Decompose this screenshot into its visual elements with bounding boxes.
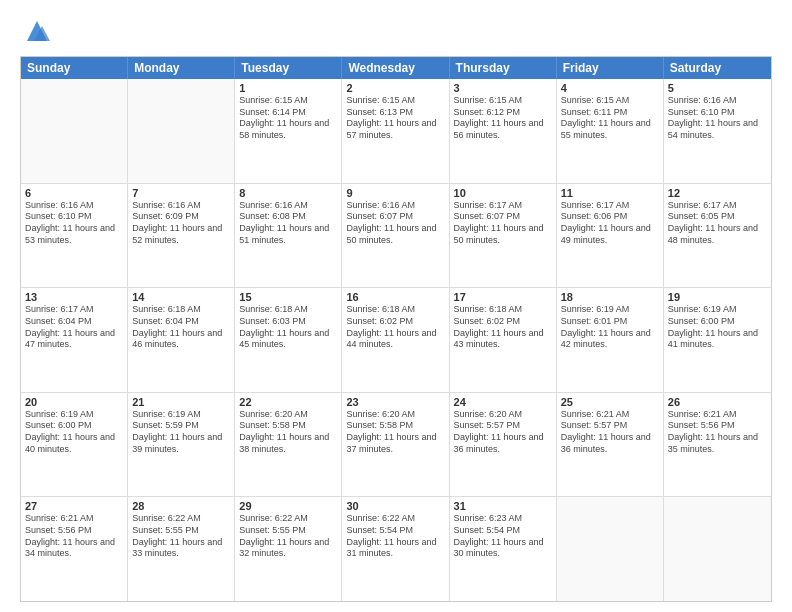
day-info: Sunrise: 6:23 AM Sunset: 5:54 PM Dayligh… [454, 513, 552, 560]
day-number: 15 [239, 291, 337, 303]
calendar-day-31: 31Sunrise: 6:23 AM Sunset: 5:54 PM Dayli… [450, 497, 557, 601]
day-number: 28 [132, 500, 230, 512]
day-info: Sunrise: 6:15 AM Sunset: 6:11 PM Dayligh… [561, 95, 659, 142]
calendar-day-13: 13Sunrise: 6:17 AM Sunset: 6:04 PM Dayli… [21, 288, 128, 392]
calendar-day-27: 27Sunrise: 6:21 AM Sunset: 5:56 PM Dayli… [21, 497, 128, 601]
day-number: 24 [454, 396, 552, 408]
calendar-day-empty [664, 497, 771, 601]
day-info: Sunrise: 6:17 AM Sunset: 6:07 PM Dayligh… [454, 200, 552, 247]
day-info: Sunrise: 6:16 AM Sunset: 6:08 PM Dayligh… [239, 200, 337, 247]
calendar-day-28: 28Sunrise: 6:22 AM Sunset: 5:55 PM Dayli… [128, 497, 235, 601]
day-info: Sunrise: 6:17 AM Sunset: 6:04 PM Dayligh… [25, 304, 123, 351]
day-number: 29 [239, 500, 337, 512]
logo [20, 16, 52, 46]
day-number: 17 [454, 291, 552, 303]
calendar-day-19: 19Sunrise: 6:19 AM Sunset: 6:00 PM Dayli… [664, 288, 771, 392]
day-number: 9 [346, 187, 444, 199]
day-number: 23 [346, 396, 444, 408]
calendar: SundayMondayTuesdayWednesdayThursdayFrid… [20, 56, 772, 602]
calendar-day-25: 25Sunrise: 6:21 AM Sunset: 5:57 PM Dayli… [557, 393, 664, 497]
calendar-day-5: 5Sunrise: 6:16 AM Sunset: 6:10 PM Daylig… [664, 79, 771, 183]
calendar-day-20: 20Sunrise: 6:19 AM Sunset: 6:00 PM Dayli… [21, 393, 128, 497]
day-info: Sunrise: 6:19 AM Sunset: 6:00 PM Dayligh… [25, 409, 123, 456]
day-info: Sunrise: 6:18 AM Sunset: 6:02 PM Dayligh… [454, 304, 552, 351]
day-info: Sunrise: 6:22 AM Sunset: 5:55 PM Dayligh… [132, 513, 230, 560]
calendar-day-21: 21Sunrise: 6:19 AM Sunset: 5:59 PM Dayli… [128, 393, 235, 497]
day-number: 18 [561, 291, 659, 303]
calendar-day-7: 7Sunrise: 6:16 AM Sunset: 6:09 PM Daylig… [128, 184, 235, 288]
calendar-day-3: 3Sunrise: 6:15 AM Sunset: 6:12 PM Daylig… [450, 79, 557, 183]
day-number: 2 [346, 82, 444, 94]
calendar-day-empty [128, 79, 235, 183]
day-number: 4 [561, 82, 659, 94]
calendar-day-12: 12Sunrise: 6:17 AM Sunset: 6:05 PM Dayli… [664, 184, 771, 288]
calendar-day-18: 18Sunrise: 6:19 AM Sunset: 6:01 PM Dayli… [557, 288, 664, 392]
day-info: Sunrise: 6:20 AM Sunset: 5:58 PM Dayligh… [239, 409, 337, 456]
day-number: 12 [668, 187, 767, 199]
calendar-day-4: 4Sunrise: 6:15 AM Sunset: 6:11 PM Daylig… [557, 79, 664, 183]
calendar-week-4: 20Sunrise: 6:19 AM Sunset: 6:00 PM Dayli… [21, 393, 771, 498]
day-number: 7 [132, 187, 230, 199]
day-number: 11 [561, 187, 659, 199]
day-number: 14 [132, 291, 230, 303]
day-info: Sunrise: 6:21 AM Sunset: 5:56 PM Dayligh… [668, 409, 767, 456]
day-number: 13 [25, 291, 123, 303]
calendar-day-22: 22Sunrise: 6:20 AM Sunset: 5:58 PM Dayli… [235, 393, 342, 497]
day-info: Sunrise: 6:17 AM Sunset: 6:06 PM Dayligh… [561, 200, 659, 247]
calendar-day-29: 29Sunrise: 6:22 AM Sunset: 5:55 PM Dayli… [235, 497, 342, 601]
calendar-day-26: 26Sunrise: 6:21 AM Sunset: 5:56 PM Dayli… [664, 393, 771, 497]
calendar-day-30: 30Sunrise: 6:22 AM Sunset: 5:54 PM Dayli… [342, 497, 449, 601]
calendar-day-10: 10Sunrise: 6:17 AM Sunset: 6:07 PM Dayli… [450, 184, 557, 288]
calendar-day-1: 1Sunrise: 6:15 AM Sunset: 6:14 PM Daylig… [235, 79, 342, 183]
day-info: Sunrise: 6:17 AM Sunset: 6:05 PM Dayligh… [668, 200, 767, 247]
calendar-day-empty [21, 79, 128, 183]
day-number: 5 [668, 82, 767, 94]
day-info: Sunrise: 6:20 AM Sunset: 5:57 PM Dayligh… [454, 409, 552, 456]
calendar-day-11: 11Sunrise: 6:17 AM Sunset: 6:06 PM Dayli… [557, 184, 664, 288]
weekday-header-monday: Monday [128, 57, 235, 79]
day-number: 10 [454, 187, 552, 199]
calendar-week-2: 6Sunrise: 6:16 AM Sunset: 6:10 PM Daylig… [21, 184, 771, 289]
day-info: Sunrise: 6:19 AM Sunset: 5:59 PM Dayligh… [132, 409, 230, 456]
calendar-day-9: 9Sunrise: 6:16 AM Sunset: 6:07 PM Daylig… [342, 184, 449, 288]
weekday-header-friday: Friday [557, 57, 664, 79]
weekday-header-wednesday: Wednesday [342, 57, 449, 79]
day-number: 21 [132, 396, 230, 408]
day-info: Sunrise: 6:16 AM Sunset: 6:09 PM Dayligh… [132, 200, 230, 247]
calendar-day-17: 17Sunrise: 6:18 AM Sunset: 6:02 PM Dayli… [450, 288, 557, 392]
day-number: 22 [239, 396, 337, 408]
day-number: 20 [25, 396, 123, 408]
day-info: Sunrise: 6:15 AM Sunset: 6:12 PM Dayligh… [454, 95, 552, 142]
calendar-day-6: 6Sunrise: 6:16 AM Sunset: 6:10 PM Daylig… [21, 184, 128, 288]
page: SundayMondayTuesdayWednesdayThursdayFrid… [0, 0, 792, 612]
day-info: Sunrise: 6:22 AM Sunset: 5:55 PM Dayligh… [239, 513, 337, 560]
calendar-day-2: 2Sunrise: 6:15 AM Sunset: 6:13 PM Daylig… [342, 79, 449, 183]
day-info: Sunrise: 6:16 AM Sunset: 6:07 PM Dayligh… [346, 200, 444, 247]
calendar-day-15: 15Sunrise: 6:18 AM Sunset: 6:03 PM Dayli… [235, 288, 342, 392]
day-number: 27 [25, 500, 123, 512]
calendar-day-14: 14Sunrise: 6:18 AM Sunset: 6:04 PM Dayli… [128, 288, 235, 392]
day-info: Sunrise: 6:20 AM Sunset: 5:58 PM Dayligh… [346, 409, 444, 456]
day-info: Sunrise: 6:16 AM Sunset: 6:10 PM Dayligh… [668, 95, 767, 142]
day-info: Sunrise: 6:21 AM Sunset: 5:56 PM Dayligh… [25, 513, 123, 560]
day-number: 8 [239, 187, 337, 199]
day-info: Sunrise: 6:15 AM Sunset: 6:13 PM Dayligh… [346, 95, 444, 142]
day-info: Sunrise: 6:19 AM Sunset: 6:01 PM Dayligh… [561, 304, 659, 351]
day-number: 26 [668, 396, 767, 408]
calendar-week-1: 1Sunrise: 6:15 AM Sunset: 6:14 PM Daylig… [21, 79, 771, 184]
day-number: 30 [346, 500, 444, 512]
day-number: 25 [561, 396, 659, 408]
day-number: 6 [25, 187, 123, 199]
weekday-header-sunday: Sunday [21, 57, 128, 79]
weekday-header-tuesday: Tuesday [235, 57, 342, 79]
calendar-day-16: 16Sunrise: 6:18 AM Sunset: 6:02 PM Dayli… [342, 288, 449, 392]
calendar-week-3: 13Sunrise: 6:17 AM Sunset: 6:04 PM Dayli… [21, 288, 771, 393]
day-info: Sunrise: 6:21 AM Sunset: 5:57 PM Dayligh… [561, 409, 659, 456]
day-number: 16 [346, 291, 444, 303]
day-info: Sunrise: 6:18 AM Sunset: 6:03 PM Dayligh… [239, 304, 337, 351]
day-number: 19 [668, 291, 767, 303]
weekday-header-saturday: Saturday [664, 57, 771, 79]
calendar-day-empty [557, 497, 664, 601]
day-number: 31 [454, 500, 552, 512]
calendar-week-5: 27Sunrise: 6:21 AM Sunset: 5:56 PM Dayli… [21, 497, 771, 601]
